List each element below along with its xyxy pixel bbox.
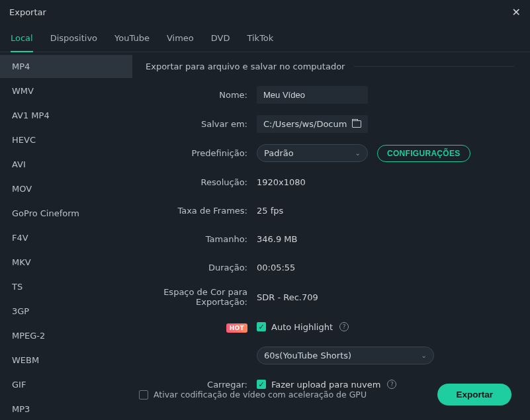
tab-dvd[interactable]: DVD: [211, 33, 230, 52]
format-ts[interactable]: TS: [0, 275, 132, 298]
label-size: Tamanho:: [132, 234, 257, 244]
format-mpeg2[interactable]: MPEG-2: [0, 324, 132, 347]
format-hevc[interactable]: HEVC: [0, 128, 132, 151]
format-webm[interactable]: WEBM: [0, 349, 132, 372]
tab-dispositivo[interactable]: Dispositivo: [50, 33, 97, 52]
label-duration: Duração:: [132, 263, 257, 273]
duration-value: 00:05:55: [257, 263, 295, 273]
help-icon[interactable]: ?: [339, 322, 349, 331]
framerate-value: 25 fps: [257, 206, 283, 216]
tab-youtube[interactable]: YouTube: [114, 33, 150, 52]
tab-bar: Local Dispositivo YouTube Vimeo DVD TikT…: [0, 24, 530, 52]
format-mkv[interactable]: MKV: [0, 251, 132, 274]
chevron-down-icon: ⌄: [355, 149, 361, 157]
close-icon[interactable]: ✕: [512, 6, 521, 19]
resolution-value: 1920x1080: [257, 177, 306, 187]
section-title-text: Exportar para arquivo e salvar no comput…: [146, 62, 345, 71]
settings-panel: Exportar para arquivo e salvar no comput…: [132, 52, 530, 383]
footer: Ativar codificação de vídeo com aceleraç…: [0, 372, 530, 420]
auto-highlight-checkbox[interactable]: [257, 322, 266, 331]
format-mov[interactable]: MOV: [0, 177, 132, 200]
colorspace-value: SDR - Rec.709: [257, 292, 318, 302]
gpu-accel-option[interactable]: Ativar codificação de vídeo com aceleraç…: [139, 390, 367, 399]
format-sidebar: MP4 WMV AV1 MP4 HEVC AVI MOV GoPro Cinef…: [0, 52, 132, 383]
gpu-checkbox[interactable]: [139, 390, 148, 399]
hot-badge-cell: HOT: [132, 322, 257, 332]
tab-tiktok[interactable]: TikTok: [247, 33, 273, 52]
window-title: Exportar: [9, 7, 46, 17]
highlight-preset-dropdown[interactable]: 60s(YouTube Shorts) ⌄: [257, 347, 434, 364]
format-mp4[interactable]: MP4: [0, 55, 132, 78]
format-f4v[interactable]: F4V: [0, 226, 132, 249]
label-saveto: Salvar em:: [132, 119, 257, 129]
titlebar: Exportar ✕: [0, 0, 530, 24]
preset-dropdown[interactable]: Padrão ⌄: [257, 144, 368, 162]
tab-local[interactable]: Local: [11, 33, 33, 52]
hot-badge: HOT: [226, 323, 247, 333]
format-gopro[interactable]: GoPro Cineform: [0, 202, 132, 225]
label-colorspace: Espaço de Cor para Exportação:: [132, 287, 257, 307]
preset-value: Padrão: [264, 148, 294, 158]
folder-icon[interactable]: [352, 120, 361, 128]
settings-button[interactable]: CONFIGURAÇÕES: [377, 145, 470, 162]
name-input[interactable]: [257, 86, 368, 104]
section-header: Exportar para arquivo e salvar no comput…: [132, 62, 514, 71]
export-button[interactable]: Exportar: [437, 384, 511, 405]
label-resolution: Resolução:: [132, 177, 257, 187]
format-avi[interactable]: AVI: [0, 153, 132, 176]
gpu-label: Ativar codificação de vídeo com aceleraç…: [154, 390, 367, 399]
auto-highlight-label: Auto Highlight: [271, 322, 333, 332]
highlight-preset-value: 60s(YouTube Shorts): [264, 351, 351, 360]
chevron-down-icon: ⌄: [421, 352, 427, 359]
tab-vimeo[interactable]: Vimeo: [167, 33, 194, 52]
label-name: Nome:: [132, 90, 257, 100]
format-av1mp4[interactable]: AV1 MP4: [0, 104, 132, 127]
divider: [354, 66, 514, 67]
label-preset: Predefinição:: [132, 148, 257, 158]
format-3gp[interactable]: 3GP: [0, 300, 132, 323]
save-path-text: C:/Users/ws/Docum: [263, 119, 347, 129]
label-framerate: Taxa de Frames:: [132, 206, 257, 216]
format-wmv[interactable]: WMV: [0, 79, 132, 103]
size-value: 346.9 MB: [257, 234, 297, 244]
save-path-field[interactable]: C:/Users/ws/Docum: [257, 115, 368, 133]
